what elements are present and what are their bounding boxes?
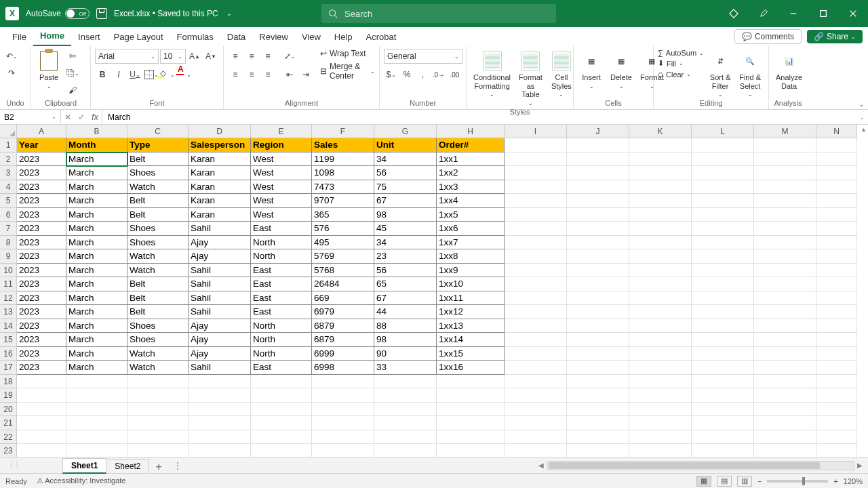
row-header[interactable]: 14 <box>0 319 17 333</box>
cell[interactable] <box>754 180 816 195</box>
page-layout-view-button[interactable]: ▤ <box>717 476 732 487</box>
cell[interactable]: 1xx4 <box>437 194 505 208</box>
cell[interactable]: 1xx13 <box>437 319 505 333</box>
row-header[interactable]: 2 <box>0 152 17 167</box>
cell[interactable] <box>374 444 437 457</box>
cell[interactable] <box>505 291 567 306</box>
cell[interactable]: 44 <box>374 305 437 319</box>
align-left-button[interactable]: ≡ <box>228 67 243 82</box>
increase-indent-button[interactable]: ⇥ <box>298 67 313 82</box>
cell[interactable] <box>754 305 816 319</box>
cell[interactable]: 1xx14 <box>437 333 505 347</box>
tab-insert[interactable]: Insert <box>71 29 107 46</box>
sheet-tab-sheet2[interactable]: Sheet2 <box>106 459 149 473</box>
cell[interactable] <box>127 403 189 417</box>
cell[interactable] <box>17 403 66 417</box>
cell[interactable] <box>567 264 629 278</box>
cell[interactable] <box>189 388 251 403</box>
cell[interactable]: Karan <box>189 208 251 222</box>
cell[interactable] <box>505 180 567 195</box>
cell[interactable] <box>567 277 629 291</box>
column-header[interactable]: J <box>567 125 629 138</box>
cell[interactable] <box>754 388 816 403</box>
cell[interactable]: Karan <box>189 180 251 195</box>
cell[interactable]: 45 <box>374 222 437 236</box>
diamond-icon[interactable] <box>719 0 749 27</box>
cell[interactable] <box>567 375 629 389</box>
cell[interactable]: 2023 <box>17 180 66 195</box>
cell[interactable] <box>505 403 567 417</box>
row-header[interactable]: 12 <box>0 291 17 306</box>
cell[interactable]: Sahil <box>189 264 251 278</box>
cell[interactable]: 56 <box>374 264 437 278</box>
cell[interactable]: Karan <box>189 166 251 180</box>
cell[interactable] <box>816 347 857 361</box>
cell[interactable]: Ajay <box>189 333 251 347</box>
cell[interactable] <box>692 208 754 222</box>
cell[interactable] <box>505 236 567 250</box>
cell[interactable] <box>567 361 629 375</box>
cell[interactable] <box>692 277 754 291</box>
wrap-text-button[interactable]: ↩Wrap Text <box>320 49 375 58</box>
cell[interactable]: 1xx3 <box>437 180 505 195</box>
comma-button[interactable]: , <box>416 67 430 82</box>
cell[interactable] <box>816 444 857 457</box>
cell[interactable] <box>17 444 66 457</box>
cell[interactable] <box>17 375 66 389</box>
row-header[interactable]: 18 <box>0 375 17 389</box>
cell[interactable] <box>816 194 857 208</box>
cell[interactable]: Karan <box>189 194 251 208</box>
save-icon[interactable] <box>96 8 107 19</box>
cell[interactable]: 7473 <box>312 180 374 195</box>
cell[interactable]: Sahil <box>189 277 251 291</box>
name-box[interactable]: ⌄ <box>0 110 61 124</box>
cell[interactable] <box>629 319 692 333</box>
row-header[interactable]: 20 <box>0 403 17 417</box>
paste-button[interactable]: Paste⌄ <box>35 49 62 91</box>
decrease-font-button[interactable]: A▼ <box>203 49 218 64</box>
cell[interactable] <box>692 180 754 195</box>
cell[interactable]: 2023 <box>17 361 66 375</box>
column-header[interactable]: C <box>127 125 189 138</box>
cell[interactable]: 1xx7 <box>437 236 505 250</box>
cell[interactable] <box>816 291 857 306</box>
cell[interactable] <box>692 444 754 457</box>
cell[interactable]: Belt <box>127 291 189 306</box>
cell[interactable] <box>816 305 857 319</box>
cell[interactable] <box>251 430 312 445</box>
cell[interactable] <box>629 430 692 445</box>
cell[interactable]: 23 <box>374 249 437 264</box>
cell[interactable]: 365 <box>312 208 374 222</box>
cell[interactable] <box>505 152 567 167</box>
cell[interactable]: 6979 <box>312 305 374 319</box>
cell[interactable] <box>567 208 629 222</box>
cell[interactable] <box>374 416 437 430</box>
cell[interactable] <box>189 430 251 445</box>
cell[interactable]: 669 <box>312 291 374 306</box>
cell[interactable] <box>754 277 816 291</box>
cell[interactable]: North <box>251 347 312 361</box>
cell[interactable] <box>816 236 857 250</box>
cell[interactable]: 1098 <box>312 166 374 180</box>
cell[interactable]: West <box>251 194 312 208</box>
cell[interactable]: Unit <box>374 138 437 152</box>
cell[interactable] <box>251 375 312 389</box>
percent-button[interactable]: % <box>399 67 414 82</box>
cell[interactable] <box>251 403 312 417</box>
cell[interactable] <box>629 347 692 361</box>
cell[interactable]: Ajay <box>189 236 251 250</box>
cell[interactable] <box>505 375 567 389</box>
name-box-input[interactable] <box>4 113 42 122</box>
tab-data[interactable]: Data <box>220 29 252 46</box>
cell[interactable]: Sahil <box>189 305 251 319</box>
cut-button[interactable]: ✄ <box>65 49 80 64</box>
cell[interactable] <box>629 194 692 208</box>
cell[interactable]: East <box>251 277 312 291</box>
cell[interactable]: 65 <box>374 277 437 291</box>
cell[interactable] <box>629 236 692 250</box>
align-middle-button[interactable]: ≡ <box>244 49 259 64</box>
accounting-format-button[interactable]: $⌄ <box>384 67 398 82</box>
cell[interactable] <box>17 430 66 445</box>
column-header[interactable]: H <box>437 125 505 138</box>
cell[interactable] <box>505 347 567 361</box>
